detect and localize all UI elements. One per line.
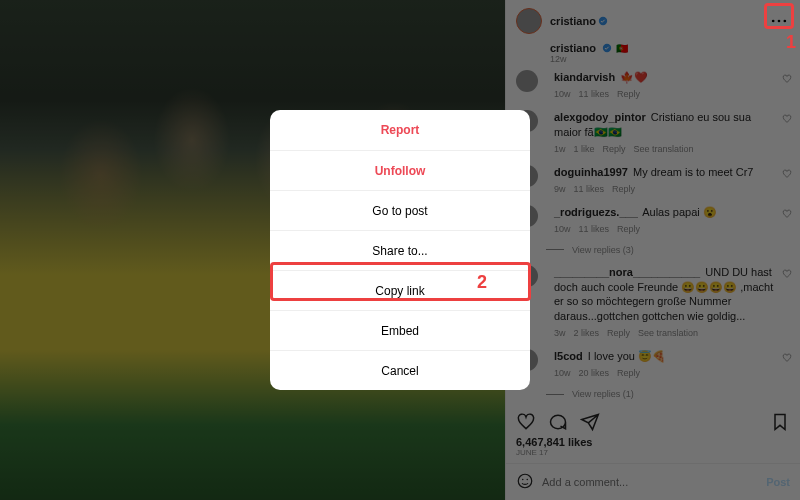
menu-item-report[interactable]: Report: [270, 110, 530, 150]
callout-box-2: [270, 262, 531, 301]
callout-number-1: 1: [786, 32, 796, 53]
menu-item-go-to-post[interactable]: Go to post: [270, 190, 530, 230]
menu-item-unfollow[interactable]: Unfollow: [270, 150, 530, 190]
callout-number-2: 2: [477, 272, 487, 293]
options-menu: ReportUnfollowGo to postShare to...Copy …: [270, 110, 530, 390]
callout-box-1: [764, 3, 794, 29]
menu-item-cancel[interactable]: Cancel: [270, 350, 530, 390]
menu-item-embed[interactable]: Embed: [270, 310, 530, 350]
modal-overlay[interactable]: ReportUnfollowGo to postShare to...Copy …: [0, 0, 800, 500]
